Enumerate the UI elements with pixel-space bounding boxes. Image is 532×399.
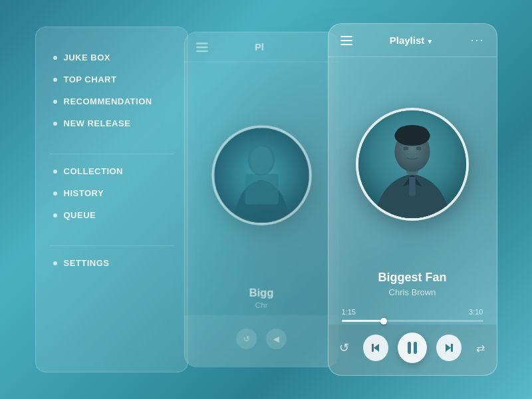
svg-point-9 bbox=[404, 146, 409, 150]
nav-section-1: JUKE BOX TOP CHART RECOMMENDATION NEW RE… bbox=[49, 47, 174, 134]
player-panel-back: Pl bbox=[184, 32, 338, 367]
sidebar-label-new-release: NEW RELEASE bbox=[64, 118, 131, 128]
nav-section-3: SETTINGS bbox=[49, 253, 174, 273]
sidebar-label-top-chart: TOP CHART bbox=[64, 74, 117, 84]
time-total: 3:10 bbox=[469, 308, 483, 316]
nav-dot bbox=[53, 100, 57, 104]
sidebar-label-recommendation: RECOMMENDATION bbox=[64, 96, 152, 106]
player-panel-front: Playlist▼ ··· bbox=[328, 23, 497, 376]
svg-marker-17 bbox=[446, 344, 451, 352]
nav-section-2: COLLECTION HISTORY QUEUE bbox=[49, 161, 174, 225]
song-artist: Chris Brown bbox=[342, 287, 483, 297]
time-row: 1:15 3:10 bbox=[342, 308, 483, 316]
sidebar-item-queue[interactable]: QUEUE bbox=[49, 205, 174, 225]
page-container: JUKE BOX TOP CHART RECOMMENDATION NEW RE… bbox=[0, 0, 532, 399]
controls-area: ↺ ⇄ bbox=[329, 325, 497, 375]
nav-dot bbox=[53, 261, 57, 265]
sidebar-label-juke-box: JUKE BOX bbox=[64, 53, 110, 63]
album-art-back bbox=[211, 125, 311, 225]
controls-bottom-back: ↺ ◀ bbox=[184, 315, 338, 367]
sidebar-item-settings[interactable]: SETTINGS bbox=[49, 253, 174, 273]
sidebar-item-new-release[interactable]: NEW RELEASE bbox=[49, 113, 174, 134]
sidebar-label-settings: SETTINGS bbox=[64, 258, 110, 268]
song-artist-back: Chr bbox=[184, 301, 338, 315]
player-title-back: Pl bbox=[255, 41, 264, 52]
sidebar-item-top-chart[interactable]: TOP CHART bbox=[49, 69, 174, 90]
progress-thumb[interactable] bbox=[380, 318, 387, 325]
svg-rect-15 bbox=[408, 342, 411, 354]
shuffle-button[interactable]: ⇄ bbox=[471, 338, 490, 358]
svg-rect-14 bbox=[372, 344, 374, 352]
progress-fill bbox=[342, 320, 384, 322]
header-divider-front bbox=[329, 57, 497, 57]
sidebar-label-queue: QUEUE bbox=[64, 210, 96, 220]
svg-rect-18 bbox=[451, 344, 453, 352]
album-art-container-back bbox=[184, 68, 338, 281]
sidebar-label-history: HISTORY bbox=[64, 188, 104, 198]
svg-rect-6 bbox=[409, 177, 416, 196]
svg-point-10 bbox=[416, 146, 422, 150]
nav-dot bbox=[53, 78, 57, 82]
svg-rect-16 bbox=[414, 342, 417, 354]
progress-bar[interactable] bbox=[342, 320, 483, 322]
sidebar-item-recommendation[interactable]: RECOMMENDATION bbox=[49, 91, 174, 112]
repeat-button[interactable]: ↺ bbox=[335, 338, 354, 358]
song-title: Biggest Fan bbox=[342, 271, 483, 285]
sidebar-item-juke-box[interactable]: JUKE BOX bbox=[49, 47, 174, 68]
time-current: 1:15 bbox=[342, 308, 356, 316]
panel-header-back: Pl bbox=[184, 33, 338, 62]
repeat-button-back[interactable]: ↺ bbox=[236, 329, 257, 349]
nav-dot bbox=[53, 56, 57, 60]
svg-marker-13 bbox=[374, 344, 379, 352]
player-title-front: Playlist▼ bbox=[390, 35, 433, 46]
album-art-container-front bbox=[329, 64, 497, 264]
sidebar-panel: JUKE BOX TOP CHART RECOMMENDATION NEW RE… bbox=[35, 27, 188, 372]
svg-point-12 bbox=[397, 124, 428, 137]
nav-divider-2 bbox=[49, 245, 174, 246]
song-info: Biggest Fan Chris Brown bbox=[329, 264, 497, 303]
panel-header-front: Playlist▼ ··· bbox=[329, 24, 497, 57]
sidebar-label-collection: COLLECTION bbox=[64, 166, 124, 176]
sidebar-item-collection[interactable]: COLLECTION bbox=[49, 161, 174, 182]
nav-divider-1 bbox=[49, 154, 174, 154]
svg-rect-2 bbox=[244, 174, 278, 204]
controls-back: ↺ ◀ bbox=[229, 321, 293, 360]
nav-dot bbox=[53, 192, 57, 196]
nav-dot bbox=[53, 122, 57, 126]
next-button[interactable] bbox=[436, 334, 462, 361]
hamburger-icon-front[interactable] bbox=[340, 36, 352, 45]
nav-dot bbox=[53, 170, 57, 174]
nav-dot bbox=[53, 213, 57, 217]
header-divider-back bbox=[184, 61, 338, 62]
pause-button[interactable] bbox=[398, 332, 427, 363]
more-options-button[interactable]: ··· bbox=[470, 33, 484, 47]
album-art-front bbox=[356, 108, 469, 221]
hamburger-icon-back[interactable] bbox=[196, 43, 207, 52]
song-title-back: Bigg bbox=[184, 281, 338, 301]
progress-area: 1:15 3:10 bbox=[329, 303, 497, 325]
prev-button-back[interactable]: ◀ bbox=[265, 329, 286, 349]
sidebar-item-history[interactable]: HISTORY bbox=[49, 183, 174, 203]
prev-button[interactable] bbox=[363, 334, 388, 361]
